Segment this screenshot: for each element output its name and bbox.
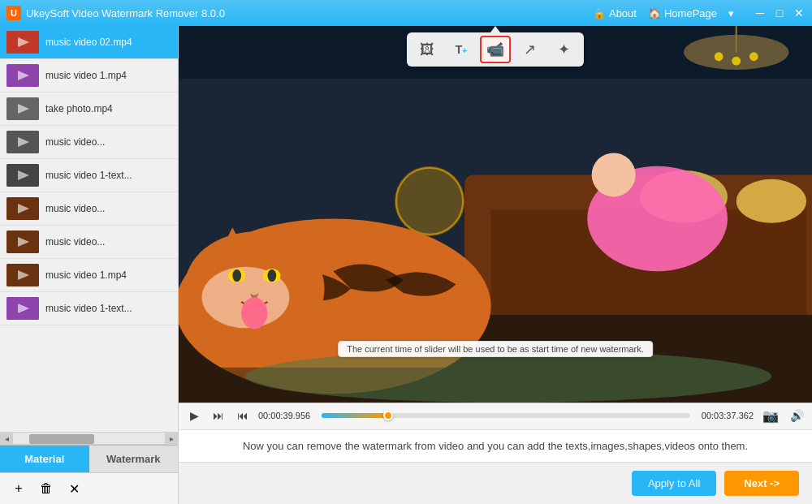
video-area: 🖼 T+ 📹 ↗ ✦ Th — [179, 26, 812, 504]
file-thumbnail — [6, 197, 39, 220]
svg-point-50 — [245, 350, 771, 403]
file-list-item[interactable]: music video 1.mp4 — [0, 59, 178, 93]
home-icon: 🏠 — [648, 7, 661, 19]
horizontal-scrollbar[interactable]: ◂ ▸ — [0, 432, 178, 445]
video-canvas: 🖼 T+ 📹 ↗ ✦ Th — [179, 26, 812, 403]
add-image-button[interactable]: 🖼 — [412, 36, 443, 63]
video-controls: ▶ ⏭ ⏮ 00:00:39.956 00:03:37.362 📷 🔊 — [179, 403, 812, 429]
file-thumbnail — [6, 131, 39, 153]
timeline-row: ▶ ⏭ ⏮ 00:00:39.956 00:03:37.362 📷 🔊 — [185, 407, 806, 424]
dropdown-button[interactable]: ▾ — [728, 7, 734, 19]
file-list-item[interactable]: music video 1.mp4 — [0, 259, 178, 292]
main-layout: music video 02.mp4 music video 1.mp4 tak… — [0, 26, 812, 504]
file-name: music video 1.mp4 — [45, 269, 127, 281]
about-button[interactable]: 🔒 About — [593, 7, 637, 19]
tooltip-bar: The current time of slider will be used … — [338, 341, 653, 357]
window-controls: ─ □ ✕ — [754, 6, 806, 19]
tab-bar: MaterialWatermark — [0, 445, 178, 472]
step-forward-button[interactable]: ⏭ — [209, 407, 227, 424]
file-list-item[interactable]: music video 1-text... — [0, 159, 178, 192]
sidebar-actions: + 🗑 ✕ — [0, 472, 178, 504]
time-total: 00:03:37.362 — [697, 411, 754, 420]
svg-point-29 — [395, 166, 464, 236]
svg-point-27 — [732, 57, 741, 66]
video-frame: 🖼 T+ 📹 ↗ ✦ Th — [179, 26, 812, 403]
file-thumbnail — [6, 97, 39, 120]
file-name: music video 1.mp4 — [45, 70, 127, 81]
delete-file-button[interactable]: 🗑 — [37, 480, 55, 498]
svg-point-46 — [241, 298, 267, 330]
file-thumbnail — [6, 264, 39, 286]
svg-text:U: U — [11, 8, 17, 18]
add-video-icon: 📹 — [486, 41, 504, 58]
lock-icon: 🔒 — [593, 7, 606, 19]
svg-point-36 — [736, 179, 806, 223]
app-icon: U — [6, 6, 21, 20]
titlebar-right: 🔒 About 🏠 HomePage ▾ ─ □ ✕ — [593, 6, 806, 19]
sidebar: music video 02.mp4 music video 1.mp4 tak… — [0, 26, 179, 504]
homepage-button[interactable]: 🏠 HomePage — [648, 7, 717, 19]
add-video-button[interactable]: 📹 — [480, 36, 511, 63]
file-thumbnail — [6, 31, 39, 54]
close-button[interactable]: ✕ — [793, 6, 806, 19]
svg-point-44 — [232, 269, 241, 282]
effects-button[interactable]: ✦ — [548, 36, 579, 63]
file-name: take photo.mp4 — [45, 103, 113, 114]
file-list-item[interactable]: take photo.mp4 — [0, 93, 178, 126]
file-thumbnail — [6, 297, 39, 320]
app-title: UkeySoft Video Watermark Remover 8.0.0 — [26, 7, 225, 19]
file-thumbnail — [6, 64, 39, 87]
file-name: music video 02.mp4 — [45, 37, 132, 48]
minimize-button[interactable]: ─ — [754, 6, 767, 19]
titlebar: U UkeySoft Video Watermark Remover 8.0.0… — [0, 0, 812, 26]
file-thumbnail — [6, 164, 39, 187]
next-button[interactable]: Next -> — [724, 471, 799, 496]
add-text-button[interactable]: T+ — [446, 36, 477, 63]
info-text: Now you can remove the watermark from vi… — [179, 429, 812, 462]
export-icon: ↗ — [524, 41, 536, 58]
svg-rect-34 — [806, 183, 812, 315]
titlebar-left: U UkeySoft Video Watermark Remover 8.0.0 — [6, 6, 225, 20]
maximize-button[interactable]: □ — [773, 6, 786, 19]
timeline-fill — [322, 413, 388, 418]
apply-all-button[interactable]: Apply to All — [632, 471, 716, 496]
screenshot-button[interactable]: 📷 — [760, 407, 781, 424]
effects-icon: ✦ — [558, 41, 570, 58]
time-current: 00:00:39.956 — [258, 411, 315, 420]
file-list-item[interactable]: music video... — [0, 126, 178, 159]
file-list-item[interactable]: music video... — [0, 226, 178, 259]
timeline-thumb[interactable] — [383, 411, 393, 420]
svg-point-45 — [267, 269, 276, 282]
volume-button[interactable]: 🔊 — [788, 407, 806, 424]
file-list-item[interactable]: music video 02.mp4 — [0, 26, 178, 59]
tooltip-text: The current time of slider will be used … — [347, 344, 644, 354]
tab-material[interactable]: Material — [0, 446, 89, 472]
file-name: music video... — [45, 136, 105, 148]
file-list-item[interactable]: music video 1-text... — [0, 292, 178, 325]
close-file-button[interactable]: ✕ — [65, 480, 83, 498]
tab-watermark[interactable]: Watermark — [89, 446, 179, 472]
file-name: music video... — [45, 236, 105, 248]
scroll-track[interactable] — [13, 433, 165, 444]
add-image-icon: 🖼 — [420, 41, 434, 58]
svg-point-38 — [592, 153, 636, 196]
scroll-left-button[interactable]: ◂ — [0, 432, 13, 445]
svg-point-28 — [749, 52, 758, 61]
file-list-item[interactable]: music video... — [0, 192, 178, 226]
file-thumbnail — [6, 230, 39, 253]
step-back-button[interactable]: ⏮ — [234, 407, 252, 424]
file-name: music video... — [45, 203, 105, 214]
export-button[interactable]: ↗ — [514, 36, 545, 63]
scroll-right-button[interactable]: ▸ — [165, 432, 178, 445]
bottom-actions: Apply to All Next -> — [179, 462, 812, 504]
svg-point-26 — [715, 52, 723, 61]
file-list[interactable]: music video 02.mp4 music video 1.mp4 tak… — [0, 26, 178, 432]
play-button[interactable]: ▶ — [185, 407, 203, 424]
file-name: music video 1-text... — [45, 303, 132, 314]
timeline-track[interactable] — [322, 413, 690, 418]
add-text-icon: T+ — [456, 43, 467, 56]
add-tools-toolbar: 🖼 T+ 📹 ↗ ✦ — [407, 32, 584, 67]
add-file-button[interactable]: + — [10, 480, 28, 498]
scroll-thumb[interactable] — [29, 434, 94, 444]
file-name: music video 1-text... — [45, 170, 132, 181]
